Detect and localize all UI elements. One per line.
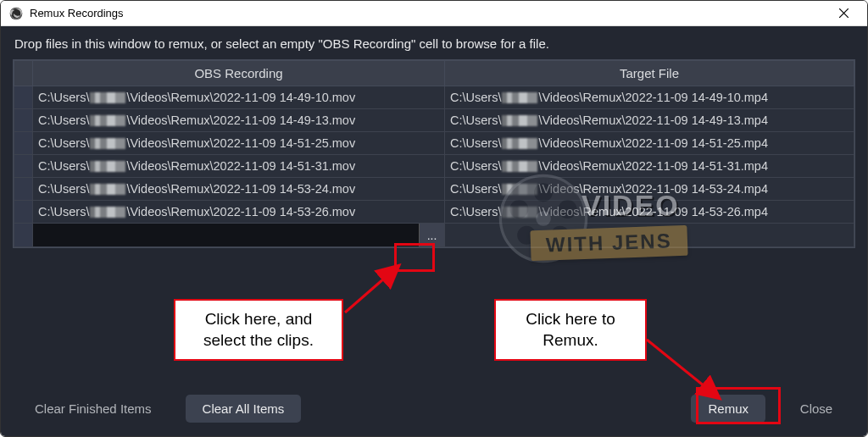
path-mid: \Videos\Remux\ <box>538 205 625 218</box>
path-mid: \Videos\Remux\ <box>538 91 625 104</box>
clear-finished-button[interactable]: Clear Finished Items <box>18 395 169 423</box>
path-mid: \Videos\Remux\ <box>126 113 213 127</box>
path-prefix: C:\Users\ <box>38 113 89 127</box>
redacted-username <box>90 184 125 195</box>
path-mid: \Videos\Remux\ <box>538 136 625 150</box>
target-file-cell[interactable]: C:\Users\\Videos\Remux\2022-11-09 14-53-… <box>445 178 854 201</box>
row-handle[interactable] <box>14 201 33 224</box>
path-mid: \Videos\Remux\ <box>538 159 625 173</box>
obs-app-icon <box>9 7 23 20</box>
path-prefix: C:\Users\ <box>38 205 89 218</box>
obs-recording-cell[interactable]: C:\Users\\Videos\Remux\2022-11-09 14-53-… <box>33 178 445 201</box>
redacted-username <box>502 138 537 149</box>
table-row: C:\Users\\Videos\Remux\2022-11-09 14-49-… <box>14 86 854 109</box>
target-file-cell[interactable]: C:\Users\\Videos\Remux\2022-11-09 14-51-… <box>445 132 854 155</box>
path-tail: 2022-11-09 14-51-31.mp4 <box>626 159 768 173</box>
annotation-arrow-browse <box>340 250 416 318</box>
path-mid: \Videos\Remux\ <box>538 113 625 127</box>
obs-recording-cell[interactable]: C:\Users\\Videos\Remux\2022-11-09 14-51-… <box>33 155 445 178</box>
clear-all-button[interactable]: Clear All Items <box>186 395 302 423</box>
path-mid: \Videos\Remux\ <box>126 136 213 150</box>
table-row: C:\Users\\Videos\Remux\2022-11-09 14-51-… <box>14 155 854 178</box>
row-handle[interactable] <box>14 132 33 155</box>
table-row: C:\Users\\Videos\Remux\2022-11-09 14-51-… <box>14 132 854 155</box>
obs-recording-empty-cell[interactable]: ... <box>33 224 445 247</box>
table-row: C:\Users\\Videos\Remux\2022-11-09 14-49-… <box>14 109 854 132</box>
target-file-cell[interactable]: C:\Users\\Videos\Remux\2022-11-09 14-49-… <box>445 86 854 109</box>
target-file-cell[interactable]: C:\Users\\Videos\Remux\2022-11-09 14-53-… <box>445 201 854 224</box>
row-handle[interactable] <box>14 155 33 178</box>
remux-table: OBS Recording Target File C:\Users\\Vide… <box>13 59 855 248</box>
path-prefix: C:\Users\ <box>450 182 501 196</box>
table-row: C:\Users\\Videos\Remux\2022-11-09 14-53-… <box>14 201 854 224</box>
path-mid: \Videos\Remux\ <box>538 182 625 196</box>
redacted-username <box>90 92 125 103</box>
instruction-text: Drop files in this window to remux, or s… <box>13 35 855 59</box>
path-mid: \Videos\Remux\ <box>126 91 213 104</box>
path-tail: 2022-11-09 14-49-10.mov <box>214 91 356 104</box>
table-row: C:\Users\\Videos\Remux\2022-11-09 14-53-… <box>14 178 854 201</box>
path-tail: 2022-11-09 14-51-25.mov <box>214 136 356 150</box>
browse-button[interactable]: ... <box>419 224 444 246</box>
path-tail: 2022-11-09 14-49-10.mp4 <box>626 91 768 104</box>
redacted-username <box>502 184 537 195</box>
annotation-callout-remux: Click here to Remux. <box>494 299 647 361</box>
redacted-username <box>502 161 537 172</box>
row-handle-header <box>14 61 33 86</box>
path-prefix: C:\Users\ <box>38 159 89 173</box>
redacted-username <box>502 115 537 126</box>
obs-recording-cell[interactable]: C:\Users\\Videos\Remux\2022-11-09 14-53-… <box>33 201 445 224</box>
window-controls <box>826 2 860 25</box>
obs-recording-cell[interactable]: C:\Users\\Videos\Remux\2022-11-09 14-51-… <box>33 132 445 155</box>
close-dialog-button[interactable]: Close <box>782 395 850 423</box>
dialog-body: Drop files in this window to remux, or s… <box>1 26 867 436</box>
path-prefix: C:\Users\ <box>450 113 501 127</box>
target-file-empty-cell[interactable] <box>445 224 854 247</box>
path-tail: 2022-11-09 14-49-13.mov <box>214 113 356 127</box>
path-mid: \Videos\Remux\ <box>126 159 213 173</box>
titlebar: Remux Recordings <box>1 1 867 26</box>
path-prefix: C:\Users\ <box>450 205 501 218</box>
path-prefix: C:\Users\ <box>450 91 501 104</box>
row-handle[interactable] <box>14 224 33 247</box>
target-file-cell[interactable]: C:\Users\\Videos\Remux\2022-11-09 14-51-… <box>445 155 854 178</box>
row-handle[interactable] <box>14 86 33 109</box>
redacted-username <box>90 115 125 126</box>
empty-row: ... <box>14 224 854 247</box>
path-prefix: C:\Users\ <box>38 182 89 196</box>
button-bar: Clear Finished Items Clear All Items Rem… <box>13 383 855 436</box>
redacted-username <box>90 138 125 149</box>
path-tail: 2022-11-09 14-49-13.mp4 <box>626 113 768 127</box>
path-mid: \Videos\Remux\ <box>126 205 213 218</box>
redacted-username <box>502 92 537 103</box>
annotation-callout-browse: Click here, and select the clips. <box>174 299 343 361</box>
path-tail: 2022-11-09 14-53-24.mp4 <box>626 182 768 196</box>
path-prefix: C:\Users\ <box>450 159 501 173</box>
remux-button[interactable]: Remux <box>691 395 765 423</box>
obs-recording-header[interactable]: OBS Recording <box>33 61 445 86</box>
path-tail: 2022-11-09 14-53-26.mp4 <box>626 205 768 218</box>
path-prefix: C:\Users\ <box>38 91 89 104</box>
path-tail: 2022-11-09 14-53-26.mov <box>214 205 356 218</box>
remux-window: Remux Recordings Drop files in this wind… <box>0 0 868 437</box>
path-tail: 2022-11-09 14-53-24.mov <box>214 182 356 196</box>
close-button[interactable] <box>826 2 860 25</box>
redacted-username <box>90 161 125 172</box>
path-prefix: C:\Users\ <box>450 136 501 150</box>
row-handle[interactable] <box>14 178 33 201</box>
window-title: Remux Recordings <box>30 7 826 19</box>
path-tail: 2022-11-09 14-51-25.mp4 <box>626 136 768 150</box>
row-handle[interactable] <box>14 109 33 132</box>
redacted-username <box>502 207 537 218</box>
path-tail: 2022-11-09 14-51-31.mov <box>214 159 356 173</box>
obs-recording-cell[interactable]: C:\Users\\Videos\Remux\2022-11-09 14-49-… <box>33 86 445 109</box>
redacted-username <box>90 207 125 218</box>
path-prefix: C:\Users\ <box>38 136 89 150</box>
obs-recording-input[interactable] <box>33 224 419 246</box>
obs-recording-cell[interactable]: C:\Users\\Videos\Remux\2022-11-09 14-49-… <box>33 109 445 132</box>
target-file-header[interactable]: Target File <box>445 61 854 86</box>
path-mid: \Videos\Remux\ <box>126 182 213 196</box>
target-file-cell[interactable]: C:\Users\\Videos\Remux\2022-11-09 14-49-… <box>445 109 854 132</box>
